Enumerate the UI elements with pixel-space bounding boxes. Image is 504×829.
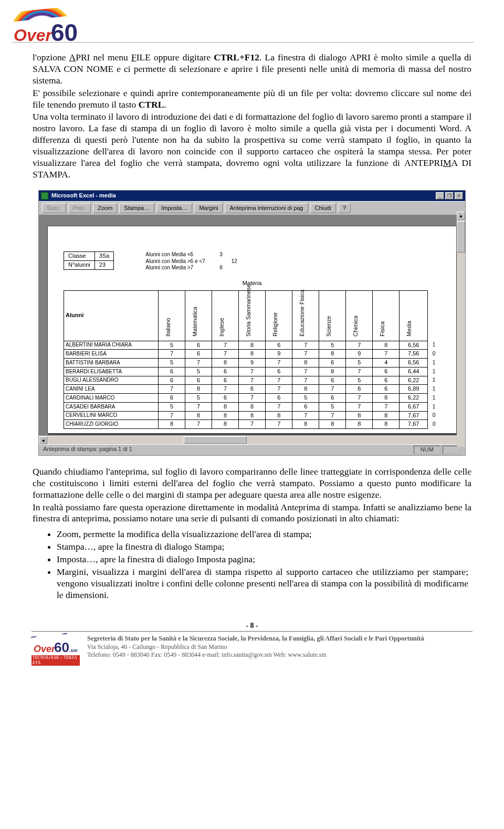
col-header: Fisica [373,290,400,341]
v-scrollbar[interactable]: ▲ [457,212,465,447]
logo-brand: Over [14,26,52,45]
cell: 6,56 [400,359,428,368]
table-row: CHIARUZZI GIORGIO8787788887,670 [64,420,440,429]
footer-logo-num: 60 [54,639,69,655]
toolbar-imposta[interactable]: Imposta… [156,203,192,214]
cell: 7 [266,402,292,411]
table-row: CASADEI BARBARA5788765776,671 [64,402,440,411]
student-name: ALBERTINI MARIA CHIARA [64,341,159,350]
cell: 7 [292,350,319,359]
cell: 6 [185,376,212,385]
cell: 8 [159,420,185,429]
titlebar-text: Microsoft Excel - media [51,192,436,200]
cell: 6 [292,402,319,411]
cell: 5 [185,367,212,376]
col-header: Educazione Fisica [292,290,319,341]
v-scroll-thumb[interactable] [457,221,465,253]
footer-l3: Telefono: 0549 - 883040 Fax: 0549 - 8830… [87,651,424,659]
titlebar: Microsoft Excel - media _ ❐ × [39,191,465,201]
student-name: CERVELLINI MARCO [64,411,159,420]
cell: 8 [212,359,239,368]
toolbar-zoom[interactable]: Zoom [93,203,117,214]
cell: 6,67 [400,402,428,411]
cell: 7 [292,411,319,420]
cell: 8 [239,350,266,359]
cell: 7 [346,367,373,376]
cell: 5 [159,402,185,411]
cell: 7,56 [400,350,428,359]
cell: 6 [266,341,292,350]
cell: 6 [346,385,373,394]
col-header: Storia Sammarinese [239,290,266,341]
cell: 6,22 [400,394,428,403]
page-header: Over60 [0,0,504,45]
cell: 8 [319,350,346,359]
cell: 6 [185,341,212,350]
scroll-thumb[interactable] [184,436,247,444]
page-footer: - 8 - Over60.sm TECNOLOGIE + TERZA ETÀ S… [0,608,504,677]
cell: 8 [266,411,292,420]
cell: 9 [346,350,373,359]
scroll-up-icon[interactable]: ▲ [457,212,465,220]
student-name: BATTISTINI BARBARA [64,359,159,368]
cell: 6 [159,394,185,403]
cell: 8 [319,420,346,429]
cell: 6 [373,385,400,394]
ctrl-keyword: CTRL [139,99,164,110]
cell: 7 [212,341,239,350]
logo-num: 60 [51,19,78,46]
h-scrollbar[interactable]: ◄ ► [39,436,465,444]
cell: 5 [292,394,319,403]
bullet-list: Zoom, permette la modifica della visuali… [57,529,471,601]
toolbar-[interactable]: ? [338,203,351,214]
cell: 7 [373,350,400,359]
toolbar-chiudi[interactable]: Chiudi [310,203,336,214]
maximize-button[interactable]: ❐ [445,192,454,200]
cell: 4 [373,359,400,368]
preview-toolbar: Succ.Prec.ZoomStampa…Imposta…MarginiAnte… [39,201,465,216]
toolbar-anteprimainterruzionidipag[interactable]: Anteprima interruzioni di pag [225,203,308,214]
cell: 8 [346,420,373,429]
col-header: Chimica [346,290,373,341]
cell: 6 [159,376,185,385]
list-item: Margini, visualizza i margini dell'area … [57,566,471,601]
cell: 7 [319,411,346,420]
toolbar-succ: Succ. [42,203,66,214]
student-name: BERARDI ELISABETTA [64,367,159,376]
student-name: CARDINALI MARCO [64,394,159,403]
col-header: Scienze [319,290,346,341]
footer-logo-brand: Over [34,644,55,654]
scroll-left-icon[interactable]: ◄ [39,436,47,444]
cell: 5 [346,359,373,368]
close-button[interactable]: × [455,192,463,200]
toolbar-stampa[interactable]: Stampa… [119,203,154,214]
para-4: Quando chiudiamo l'anteprima, sul foglio… [33,466,471,501]
cell: 6,56 [400,341,428,350]
minimize-button[interactable]: _ [436,192,444,200]
cell: 7 [159,385,185,394]
cell: 7 [292,367,319,376]
stats: Alunni con Media <63Alunni con Media >6 … [145,251,237,271]
classe-label: Classe [64,252,95,261]
student-name: BUGLI ALESSANDRO [64,376,159,385]
cell: 7 [346,394,373,403]
cell: 6,44 [400,367,428,376]
paper: Classe3Sa N°alunni23 Alunni con Media <6… [47,226,457,434]
cell: 6 [159,367,185,376]
toolbar-margini[interactable]: Margini [194,203,223,214]
col-header: Matematica [185,290,212,341]
salva-con-nome: SALVA CON NOME [33,64,113,74]
student-name: BARBIERI ELISA [64,350,159,359]
cell: 7 [266,385,292,394]
cell: 8 [239,411,266,420]
body-text: l'opzione APRI nel menu FILE oppure digi… [0,45,504,608]
cell: 8 [373,394,400,403]
t: l'opzione [33,52,69,62]
cell: 7 [185,402,212,411]
cell: 5 [159,341,185,350]
file-keyword: FILE [131,52,151,62]
cell: 7 [239,394,266,403]
t: . La finestra di dialogo [259,52,350,62]
t: nel menu [90,52,131,62]
t: oppure digitare [151,52,214,62]
